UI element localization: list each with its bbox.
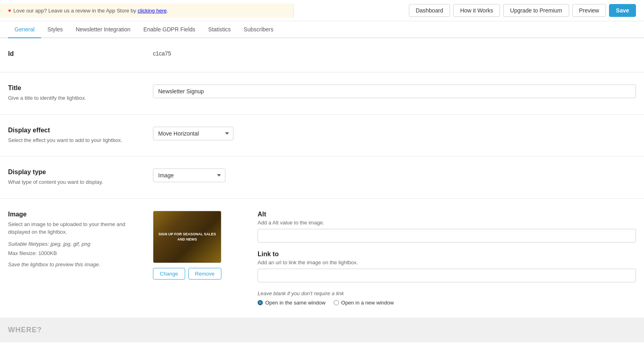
save-button[interactable]: Save [609,4,636,17]
image-preview-box: SIGN UP FOR SEASONAL SALES AND NEWS [153,211,221,263]
remove-image-button[interactable]: Remove [188,268,221,280]
image-preview-text: SIGN UP FOR SEASONAL SALES AND NEWS [153,228,221,245]
tab-newsletter[interactable]: Newsletter Integration [69,21,137,38]
image-heading: Image [8,211,137,218]
top-banner: ♥ Love our app? Leave us a review in the… [0,4,294,18]
id-value: c1ca75 [153,49,171,57]
banner-text: Love our app? Leave us a review in the A… [13,8,138,14]
title-label-area: Title Give a title to identify the light… [8,84,153,102]
tab-general[interactable]: General [8,21,41,38]
title-input[interactable] [153,84,636,98]
display-effect-content: Move Horizontal Fade Zoom In Slide Down … [153,127,636,140]
same-window-option[interactable]: Open in the same window [258,300,326,306]
display-type-label-area: Display type What type of content you wa… [8,169,153,186]
link-to-note: Leave blank if you don't require a link [258,290,636,296]
tab-styles[interactable]: Styles [41,21,69,38]
id-value-area: c1ca75 [153,50,636,57]
display-effect-description: Select the effect you want to add to you… [8,136,137,144]
display-type-heading: Display type [8,169,137,176]
title-description: Give a title to identify the lightbox. [8,94,137,102]
display-type-content: Image HTML Form [153,169,636,182]
alt-link-area: Alt Add a Alt value to the image. Link t… [258,211,636,306]
footer-bar: WHERE? [0,318,644,342]
image-max-filesize: Max filesize: 1000KB [8,249,137,257]
display-effect-section: Display effect Select the effect you wan… [0,115,644,157]
upgrade-button[interactable]: Upgrade to Premium [503,4,569,17]
link-to-input[interactable] [258,269,636,282]
link-to-heading: Link to [258,251,636,258]
link-to-description: Add an url to link the image on the ligh… [258,259,636,265]
same-window-radio[interactable] [258,300,263,305]
title-heading: Title [8,84,137,92]
top-row: ♥ Love our app? Leave us a review in the… [0,0,644,21]
alt-heading: Alt [258,211,636,218]
window-options: Open in the same window Open in a new wi… [258,300,636,306]
image-filetypes: Suitable filetypes: jpeg, jpg, gif, png [8,240,137,248]
title-section: Title Give a title to identify the light… [0,72,644,115]
main-content: Id c1ca75 Title Give a title to identify… [0,38,644,318]
image-description: Select an image to be uploaded to your t… [8,220,137,236]
display-type-select[interactable]: Image HTML Form [153,169,225,182]
display-type-section: Display type What type of content you wa… [0,156,644,199]
display-effect-select[interactable]: Move Horizontal Fade Zoom In Slide Down … [153,127,233,140]
footer-text: WHERE? [8,326,42,334]
image-save-note: Save the lightbox to preview this image. [8,261,137,269]
image-label-area: Image Select an image to be uploaded to … [8,211,153,269]
display-effect-label-area: Display effect Select the effect you wan… [8,127,153,144]
heart-icon: ♥ [8,8,11,14]
image-upload-area: SIGN UP FOR SEASONAL SALES AND NEWS Chan… [153,211,242,280]
id-label-area: Id [8,50,153,60]
alt-input[interactable] [258,229,636,243]
new-window-label: Open in a new window [341,300,394,306]
top-header-area: Dashboard How it Works Upgrade to Premiu… [294,0,644,21]
image-section: Image Select an image to be uploaded to … [0,199,644,318]
image-preview-inner: SIGN UP FOR SEASONAL SALES AND NEWS [153,211,221,263]
nav-tabs: General Styles Newsletter Integration En… [0,21,644,38]
tab-gdpr[interactable]: Enable GDPR Fields [137,21,202,38]
tab-statistics[interactable]: Statistics [202,21,237,38]
new-window-option[interactable]: Open in a new window [334,300,394,306]
display-effect-heading: Display effect [8,127,137,134]
alt-description: Add a Alt value to the image. [258,220,636,226]
banner-link[interactable]: clicking here [138,8,167,14]
new-window-radio[interactable] [334,300,339,305]
how-it-works-button[interactable]: How it Works [453,4,500,17]
preview-button[interactable]: Preview [572,4,606,17]
change-image-button[interactable]: Change [153,268,185,280]
display-type-description: What type of content you want to display… [8,178,137,186]
image-actions: Change Remove [153,268,242,280]
link-to-section: Link to Add an url to link the image on … [258,251,636,296]
id-heading: Id [8,50,137,58]
same-window-label: Open in the same window [265,300,326,306]
id-section: Id c1ca75 [0,38,644,72]
dashboard-button[interactable]: Dashboard [409,4,450,17]
title-content [153,84,636,98]
tab-subscribers[interactable]: Subscribers [237,21,280,38]
alt-section: Alt Add a Alt value to the image. [258,211,636,251]
